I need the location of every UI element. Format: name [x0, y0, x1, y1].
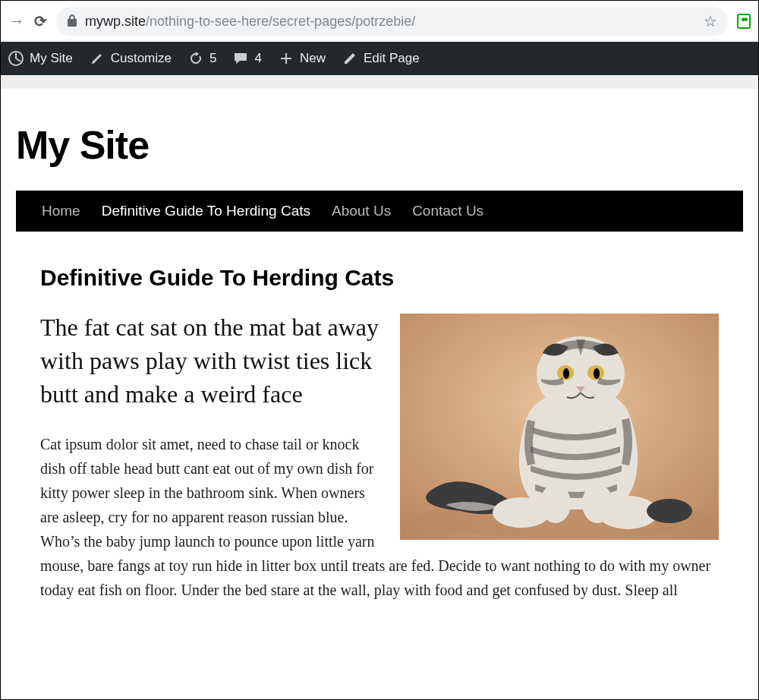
adminbar-edit[interactable]: Edit Page — [342, 51, 420, 66]
adminbar-new-label: New — [300, 51, 326, 66]
plus-icon — [279, 51, 294, 66]
adminbar-edit-label: Edit Page — [364, 51, 420, 66]
browser-toolbar: → ⟳ mywp.site/nothing-to-see-here/secret… — [1, 1, 758, 42]
adminbar-new[interactable]: New — [279, 51, 326, 66]
site-nav: Home Definitive Guide To Herding Cats Ab… — [16, 191, 743, 232]
dashboard-icon — [8, 51, 24, 66]
adminbar-updates[interactable]: 5 — [188, 51, 216, 66]
forward-arrow-icon[interactable]: → — [8, 11, 25, 31]
bookmark-star-icon[interactable]: ☆ — [704, 12, 717, 30]
adminbar-comments[interactable]: 4 — [233, 51, 261, 66]
adminbar-site[interactable]: My Site — [8, 51, 73, 66]
nav-item-about[interactable]: About Us — [332, 203, 391, 219]
comment-icon — [233, 51, 248, 66]
updates-icon — [188, 51, 203, 66]
svg-point-5 — [647, 499, 692, 523]
svg-point-12 — [594, 368, 600, 379]
nav-item-guide[interactable]: Definitive Guide To Herding Cats — [102, 203, 310, 219]
adminbar-site-label: My Site — [30, 51, 73, 66]
nav-item-home[interactable]: Home — [42, 203, 80, 219]
site-title[interactable]: My Site — [1, 89, 758, 191]
brush-icon — [90, 51, 105, 66]
adminbar-updates-count: 5 — [209, 51, 216, 66]
extension-icon[interactable]: •• — [737, 14, 751, 29]
address-bar[interactable]: mywp.site/nothing-to-see-here/secret-pag… — [56, 7, 728, 36]
svg-point-11 — [563, 368, 569, 379]
adminbar-customize[interactable]: Customize — [90, 51, 172, 66]
svg-point-7 — [582, 484, 613, 523]
svg-point-6 — [540, 484, 571, 523]
reload-icon[interactable]: ⟳ — [34, 12, 47, 30]
article-image — [400, 314, 719, 540]
article: Definitive Guide To Herding Cats — [1, 232, 758, 602]
pencil-icon — [342, 51, 357, 66]
wp-admin-bar: My Site Customize 5 4 New Edit Page — [1, 42, 758, 75]
adminbar-comments-count: 4 — [254, 51, 261, 66]
nav-item-contact[interactable]: Contact Us — [412, 203, 483, 219]
adminbar-customize-label: Customize — [111, 51, 172, 66]
article-title: Definitive Guide To Herding Cats — [40, 265, 719, 291]
lock-icon — [67, 14, 77, 29]
url-host: mywp.site/nothing-to-see-here/secret-pag… — [85, 14, 415, 30]
spacer-strip — [1, 75, 758, 89]
